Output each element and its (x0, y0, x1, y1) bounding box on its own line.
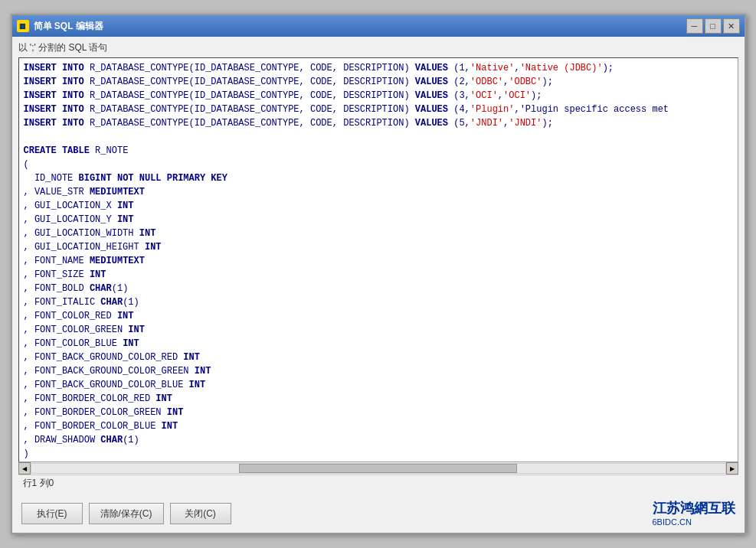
scroll-track[interactable] (31, 463, 726, 474)
main-window: ▦ 简单 SQL 编辑器 ─ □ ✕ 以 ';' 分割的 SQL 语句 INSE… (11, 14, 746, 534)
scroll-thumb[interactable] (239, 464, 516, 473)
horizontal-scrollbar[interactable]: ◀ ▶ (18, 462, 738, 475)
clear-save-button[interactable]: 清除/保存(C) (89, 503, 164, 524)
bottom-bar: 执行(E) 清除/保存(C) 关闭(C) 江苏鸿網互联 6BIDC.CN (12, 494, 745, 533)
scroll-right-arrow[interactable]: ▶ (726, 462, 738, 475)
watermark-line2: 6BIDC.CN (653, 517, 735, 527)
execute-button[interactable]: 执行(E) (21, 503, 83, 524)
status-bar: 行1 列0 (18, 475, 738, 491)
close-button[interactable]: ✕ (723, 18, 740, 34)
subtitle-label: 以 ';' 分割的 SQL 语句 (18, 41, 738, 54)
watermark-line1: 江苏鸿網互联 (653, 501, 735, 517)
window-title: 简单 SQL 编辑器 (34, 20, 686, 33)
scroll-left-arrow[interactable]: ◀ (18, 462, 31, 475)
cursor-position: 行1 列0 (23, 477, 54, 490)
minimize-button[interactable]: ─ (686, 18, 703, 34)
maximize-button[interactable]: □ (705, 18, 722, 34)
action-buttons: 执行(E) 清除/保存(C) 关闭(C) (21, 503, 231, 524)
watermark-area: 江苏鸿網互联 6BIDC.CN (653, 501, 735, 527)
sql-editor-area: INSERT INTO R_DATABASE_CONTYPE(ID_DATABA… (18, 57, 738, 462)
window-body: 以 ';' 分割的 SQL 语句 INSERT INTO R_DATABASE_… (12, 37, 745, 494)
app-icon: ▦ (17, 20, 29, 32)
sql-editor[interactable]: INSERT INTO R_DATABASE_CONTYPE(ID_DATABA… (19, 58, 738, 462)
title-bar: ▦ 简单 SQL 编辑器 ─ □ ✕ (12, 15, 745, 37)
close-button-bottom[interactable]: 关闭(C) (170, 503, 231, 524)
window-controls: ─ □ ✕ (686, 18, 740, 34)
